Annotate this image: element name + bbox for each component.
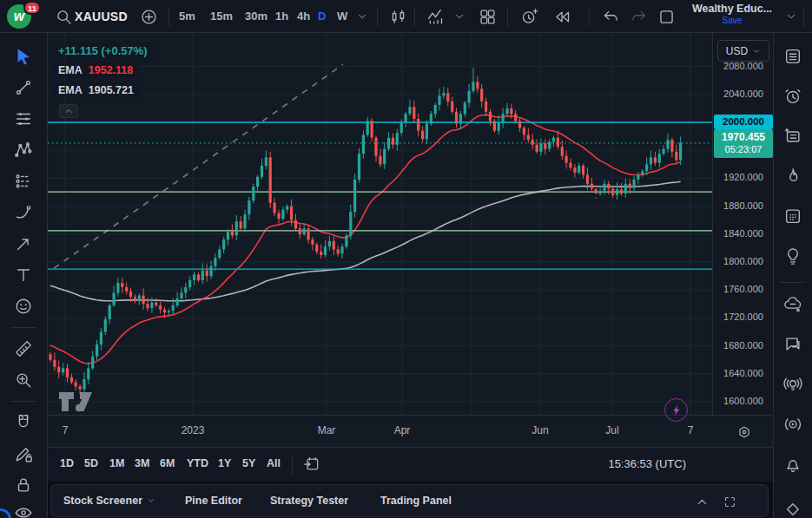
magnet-tool-icon[interactable] — [14, 413, 34, 433]
bar-replay-icon[interactable] — [551, 5, 573, 28]
indicators-icon[interactable] — [424, 5, 446, 28]
currency-label: USD — [726, 45, 748, 57]
streams-icon[interactable] — [782, 414, 803, 435]
indicator-label: EMA — [58, 84, 83, 96]
layout-grid-icon[interactable] — [476, 5, 498, 28]
legend-collapse-button[interactable] — [59, 104, 78, 118]
price-tick: 1760.000 — [713, 284, 774, 294]
timeframe-W[interactable]: W — [337, 10, 347, 23]
top-toolbar: w 11 XAUUSD 5m15m30m1h4hDW Wealthy Educ.… — [0, 0, 812, 33]
pattern-tool-icon[interactable] — [14, 141, 34, 161]
range-all[interactable]: All — [267, 457, 281, 469]
chart-style-candles-icon[interactable] — [386, 5, 409, 28]
price-tick: 1800.000 — [713, 256, 774, 266]
indicators-menu-chevron-icon[interactable] — [448, 5, 471, 28]
price-tick: 2080.000 — [713, 61, 774, 71]
timeframe-1h[interactable]: 1h — [275, 10, 288, 23]
more-panel-icon[interactable] — [782, 499, 803, 518]
clock-utc[interactable]: 15:36:53 (UTC) — [608, 457, 686, 470]
compare-add-icon[interactable] — [137, 5, 160, 28]
fib-retracement-tool-icon[interactable] — [14, 109, 34, 129]
indicator-label: EMA — [58, 64, 83, 76]
chart-canvas[interactable]: +11.115 (+0.57%) EMA 1952.118 EMA 1905.7… — [48, 33, 712, 415]
notifications-icon[interactable] — [782, 454, 803, 475]
emoji-tool-icon[interactable] — [14, 297, 34, 317]
current-price: 1970.455 — [714, 131, 773, 144]
price-change-readout: +11.115 (+0.57%) — [52, 43, 154, 59]
candlestick-chart — [48, 33, 712, 415]
ema-legend-row[interactable]: EMA 1952.118 — [52, 62, 139, 78]
panel-tab-stock-screener[interactable]: Stock Screener — [63, 495, 155, 507]
brush-tool-icon[interactable] — [14, 203, 34, 223]
panel-tab-trading-panel[interactable]: Trading Panel — [380, 495, 452, 507]
text-tool-icon[interactable] — [14, 266, 34, 285]
timeframe-menu-chevron-icon[interactable] — [351, 5, 373, 28]
account-menu-chevron-icon[interactable] — [780, 5, 802, 28]
alerts-icon[interactable] — [782, 86, 803, 107]
measure-tool-icon[interactable] — [14, 339, 34, 359]
panel-tab-pine-editor[interactable]: Pine Editor — [185, 495, 242, 507]
economic-calendar-icon[interactable] — [782, 206, 803, 226]
current-price-label: 1970.455 05:23:07 — [714, 129, 773, 158]
redo-icon[interactable] — [627, 5, 650, 28]
range-5y[interactable]: 5Y — [242, 457, 255, 469]
lock-drawings-tool-icon[interactable] — [14, 475, 34, 495]
notes-icon[interactable] — [782, 126, 803, 147]
range-1m[interactable]: 1M — [109, 457, 124, 469]
currency-selector[interactable]: USD — [717, 40, 769, 62]
timeframe-5m[interactable]: 5m — [179, 10, 195, 23]
indicator-value: 1905.721 — [89, 84, 134, 96]
timeframe-4h[interactable]: 4h — [297, 10, 310, 23]
scale-settings-gear-icon[interactable] — [736, 424, 752, 440]
cursor-tool-icon[interactable] — [14, 47, 34, 67]
watchlist-icon[interactable] — [782, 46, 803, 67]
search-icon[interactable] — [52, 5, 75, 28]
undo-icon[interactable] — [599, 5, 622, 28]
range-5d[interactable]: 5D — [84, 457, 98, 469]
forecast-tool-icon[interactable] — [14, 172, 34, 192]
chart-panel: +11.115 (+0.57%) EMA 1952.118 EMA 1905.7… — [48, 33, 773, 518]
zoom-in-tool-icon[interactable] — [14, 370, 34, 390]
select-layout-icon[interactable] — [655, 5, 677, 28]
timeframe-30m[interactable]: 30m — [245, 10, 267, 23]
save-label[interactable]: Save — [684, 16, 780, 25]
panel-maximize-icon[interactable] — [719, 491, 740, 512]
range-1d[interactable]: 1D — [60, 457, 74, 469]
ema-legend-row[interactable]: EMA 1905.721 — [52, 82, 140, 98]
panel-tab-strategy-tester[interactable]: Strategy Tester — [270, 495, 348, 507]
panel-collapse-chevron-icon[interactable] — [691, 491, 712, 512]
trend-line-tool-icon[interactable] — [14, 78, 34, 98]
go-to-date-icon[interactable] — [303, 456, 322, 475]
drawing-toolbar — [0, 33, 48, 518]
range-toolbar: 15:36:53 (UTC) 1D5D1M3M6MYTD1Y5YAll — [48, 447, 773, 482]
layout-account-menu[interactable]: Wealthy Educ... Save — [684, 3, 780, 25]
toolbar-divider — [10, 327, 36, 328]
arrow-tool-icon[interactable] — [14, 234, 34, 254]
toolbar-divider — [10, 401, 36, 402]
timeframe-D[interactable]: D — [318, 10, 326, 23]
price-tick: 1640.000 — [713, 368, 774, 378]
range-ytd[interactable]: YTD — [187, 457, 208, 469]
stay-in-drawing-mode-tool-icon[interactable] — [14, 444, 34, 464]
quick-action-lightning-button[interactable] — [664, 398, 688, 422]
create-alert-icon[interactable] — [518, 5, 540, 28]
hide-drawings-tool-icon[interactable] — [14, 503, 34, 518]
hotlists-icon[interactable] — [782, 166, 803, 187]
price-tick: 1840.000 — [713, 228, 774, 239]
private-chats-icon[interactable] — [782, 334, 803, 355]
time-scale[interactable]: 72023MarAprJunJul7 — [48, 415, 773, 447]
my-ideas-icon[interactable] — [782, 246, 803, 266]
chevron-down-icon — [147, 496, 155, 505]
bottom-strip: Stock ScreenerPine EditorStrategy Tester… — [48, 482, 773, 518]
range-6m[interactable]: 6M — [160, 457, 175, 469]
range-1y[interactable]: 1Y — [218, 457, 231, 469]
range-3m[interactable]: 3M — [135, 457, 149, 469]
time-tick-Mar: Mar — [318, 424, 336, 436]
symbol-name[interactable]: XAUUSD — [75, 10, 128, 23]
tradingview-app: w 11 XAUUSD 5m15m30m1h4hDW Wealthy Educ.… — [0, 0, 812, 518]
ideas-stream-icon[interactable] — [782, 374, 803, 395]
timeframe-15m[interactable]: 15m — [210, 10, 233, 23]
time-tick-7: 7 — [688, 424, 694, 436]
price-scale[interactable]: USD 2000.000 1970.455 05:23:07 2080.0002… — [712, 33, 773, 415]
public-chats-icon[interactable] — [782, 294, 803, 315]
